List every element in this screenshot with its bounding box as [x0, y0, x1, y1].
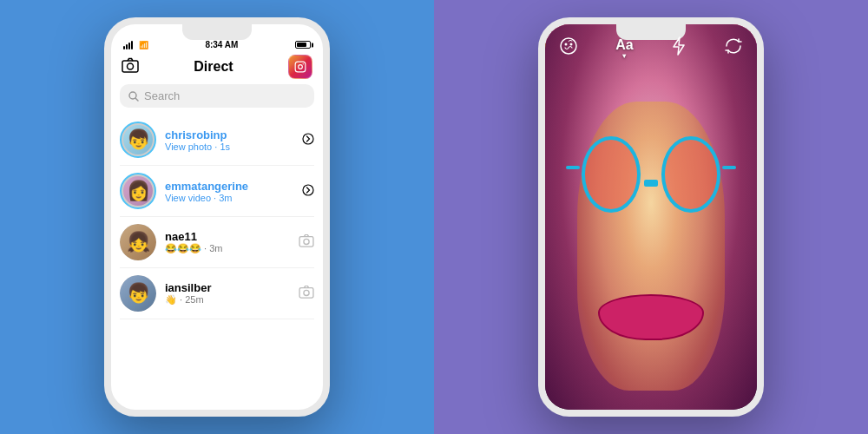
- svg-rect-11: [299, 287, 313, 297]
- glasses-arm-left: [566, 166, 580, 169]
- username-ian: iansilber: [165, 281, 290, 294]
- svg-point-14: [565, 43, 568, 46]
- message-info-chris: chrisrobinp View photo · 1s: [165, 128, 293, 152]
- camera-icon-nae: [299, 234, 314, 251]
- svg-line-6: [135, 98, 138, 101]
- svg-point-8: [303, 185, 313, 195]
- messages-list: 👦 chrisrobinp View photo · 1s: [111, 115, 323, 319]
- avatar-face-ian: 👦: [120, 275, 156, 312]
- direct-title: Direct: [194, 59, 233, 75]
- search-placeholder: Search: [144, 89, 180, 102]
- camera-ui-overlay: Aa ▾: [545, 24, 757, 67]
- search-icon: [128, 91, 139, 102]
- glasses-frame-left: [582, 136, 641, 213]
- camera-button[interactable]: [122, 57, 139, 77]
- svg-point-15: [570, 43, 573, 46]
- avatar-face-chris: 👦: [123, 125, 153, 155]
- camera-screen: Aa ▾: [545, 24, 757, 410]
- art-face: [545, 24, 757, 410]
- message-item-emmatangerine[interactable]: 👩 emmatangerine View video · 3m: [120, 166, 314, 217]
- search-bar[interactable]: Search: [120, 84, 314, 108]
- username-emma: emmatangerine: [165, 180, 293, 193]
- camera-icon-ian: [299, 286, 314, 302]
- status-left: 📶: [123, 40, 148, 49]
- right-phone: Aa ▾: [538, 17, 764, 417]
- svg-marker-16: [674, 37, 684, 55]
- chevron-icon-chris: [302, 133, 314, 148]
- flash-button[interactable]: [671, 36, 687, 60]
- status-bar: 📶 8:34 AM: [111, 35, 323, 51]
- preview-chris: View photo · 1s: [165, 141, 293, 152]
- left-phone: 📶 8:34 AM Direct: [104, 17, 330, 417]
- battery-icon: [295, 41, 311, 49]
- avatar-face-emma: 👩: [123, 176, 153, 206]
- text-tool-caret: ▾: [622, 53, 626, 60]
- avatar-iansilber: 👦: [120, 275, 156, 312]
- chevron-icon-emma: [302, 184, 314, 199]
- message-info-emma: emmatangerine View video · 3m: [165, 180, 293, 203]
- svg-rect-2: [295, 62, 306, 72]
- message-info-ian: iansilber 👋 · 25m: [165, 281, 290, 306]
- filter-button[interactable]: [559, 36, 578, 60]
- svg-point-7: [303, 134, 313, 144]
- message-item-iansilber[interactable]: 👦 iansilber 👋 · 25m: [120, 268, 314, 319]
- instagram-icon[interactable]: [288, 55, 312, 79]
- message-item-nae11[interactable]: 👧 nae11 😂😂😂 · 3m: [120, 217, 314, 268]
- preview-nae: 😂😂😂 · 3m: [165, 243, 290, 254]
- text-tool-label: Aa: [615, 37, 633, 53]
- svg-rect-0: [122, 61, 138, 72]
- preview-emma: View video · 3m: [165, 193, 293, 203]
- svg-point-1: [128, 63, 134, 69]
- glasses-arm-right: [722, 166, 736, 169]
- signal-bars: [123, 41, 133, 49]
- avatar-face-nae: 👧: [120, 224, 156, 260]
- glasses-bridge: [644, 180, 658, 187]
- username-nae: nae11: [165, 230, 290, 243]
- status-time: 8:34 AM: [205, 40, 238, 49]
- svg-point-13: [561, 38, 576, 54]
- message-info-nae: nae11 😂😂😂 · 3m: [165, 230, 290, 254]
- avatar-chrisrobinp: 👦: [120, 122, 156, 158]
- username-chris: chrisrobinp: [165, 128, 293, 141]
- svg-rect-9: [299, 236, 313, 246]
- right-background: Aa ▾: [434, 0, 868, 434]
- svg-point-4: [302, 63, 303, 64]
- avatar-nae11: 👧: [120, 224, 156, 260]
- message-item-chrisrobinp[interactable]: 👦 chrisrobinp View photo · 1s: [120, 115, 314, 166]
- sunglasses: [566, 132, 735, 217]
- left-background: 📶 8:34 AM Direct: [0, 0, 434, 434]
- glasses-frame-right: [661, 136, 720, 213]
- direct-header: Direct: [111, 51, 323, 84]
- wifi-icon: 📶: [139, 41, 148, 49]
- avatar-emmatangerine: 👩: [120, 173, 156, 209]
- svg-point-10: [304, 239, 309, 244]
- status-right: [295, 41, 311, 49]
- svg-point-12: [304, 290, 309, 295]
- text-tool-button[interactable]: Aa ▾: [615, 37, 633, 60]
- svg-point-3: [299, 65, 303, 69]
- flip-camera-button[interactable]: [724, 36, 743, 60]
- preview-ian: 👋 · 25m: [165, 294, 290, 306]
